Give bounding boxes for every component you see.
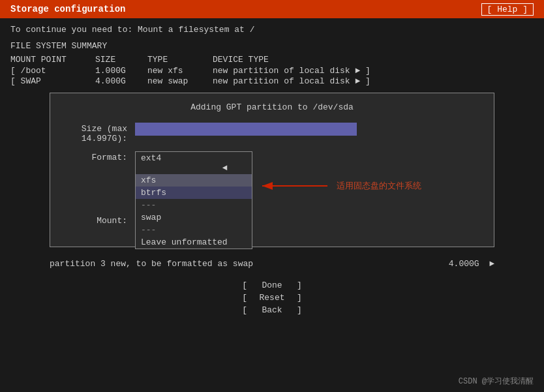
size-label: Size (max 14.997G): [63,123,135,143]
fs-summary-label: FILE SYSTEM SUMMARY [10,41,534,51]
app-title: Storage configuration [10,4,125,14]
bottom-info: partition 3 new, to be formatted as swap… [0,254,544,274]
partition-size: 4.000G ► [449,259,494,269]
fs-table: MOUNT POINT SIZE TYPE DEVICE TYPE [ /boo… [10,55,534,86]
main-content: To continue you need to: Mount a filesys… [0,18,544,254]
dropdown-item-btrfs[interactable]: btrfs [136,187,252,199]
mount-row: Mount: --- [63,215,481,226]
dialog-title: Adding GPT partition to /dev/sda [63,102,481,112]
partition-info: partition 3 new, to be formatted as swap [50,259,253,269]
annotation-text: 适用固态盘的文件系统 [337,180,421,192]
type-swap: new swap [147,76,213,86]
dialog-box: Adding GPT partition to /dev/sda Size (m… [50,93,494,247]
size-row: Size (max 14.997G): [63,123,481,143]
buttons-container: [ Done ] [ Reset ] [ Back ] [0,280,544,315]
col-mount-header: MOUNT POINT [10,55,95,65]
reset-button[interactable]: [ Reset ] [242,293,302,303]
dropdown-item-swap[interactable]: swap [136,211,252,224]
size-swap: 4.000G [95,76,147,86]
mount-label: Mount: [63,215,135,226]
size-boot: 1.000G [95,66,147,76]
col-type-header: TYPE [147,55,213,65]
red-arrow-icon [256,176,334,196]
mount-boot: [ /boot [10,66,95,76]
dropdown-separator-1: --- [136,199,252,211]
col-device-header: DEVICE TYPE [213,55,421,65]
table-row: [ SWAP 4.000G new swap new partition of … [10,76,534,86]
format-row: Format: ext4 ◄ xfs btrfs --- swap --- Le… [63,151,481,162]
dropdown-item-xfs[interactable]: xfs [136,174,252,187]
device-swap: new partition of local disk ► ] [213,76,421,86]
watermark: CSDN @学习使我清醒 [459,376,534,387]
table-row: [ /boot 1.000G new xfs new partition of … [10,66,534,76]
notice-text: To continue you need to: Mount a filesys… [10,25,534,35]
type-boot: new xfs [147,66,213,76]
device-boot: new partition of local disk ► ] [213,66,421,76]
help-button[interactable]: [ Help ] [481,3,534,16]
back-button[interactable]: [ Back ] [242,305,302,315]
dropdown-separator-2: --- [136,224,252,236]
mount-swap: [ SWAP [10,76,95,86]
format-label: Format: [63,151,135,162]
header-bar: Storage configuration [ Help ] [0,0,544,18]
format-dropdown[interactable]: ext4 ◄ xfs btrfs --- swap --- Leave unfo… [135,151,252,249]
dropdown-item-ext4[interactable]: ext4 ◄ [136,152,252,174]
arrow-annotation: 适用固态盘的文件系统 [256,176,421,196]
dropdown-item-leave-unformatted[interactable]: Leave unformatted [136,236,252,249]
col-size-header: SIZE [95,55,147,65]
done-button[interactable]: [ Done ] [242,280,302,290]
size-input[interactable] [135,123,357,136]
fs-table-header: MOUNT POINT SIZE TYPE DEVICE TYPE [10,55,534,65]
